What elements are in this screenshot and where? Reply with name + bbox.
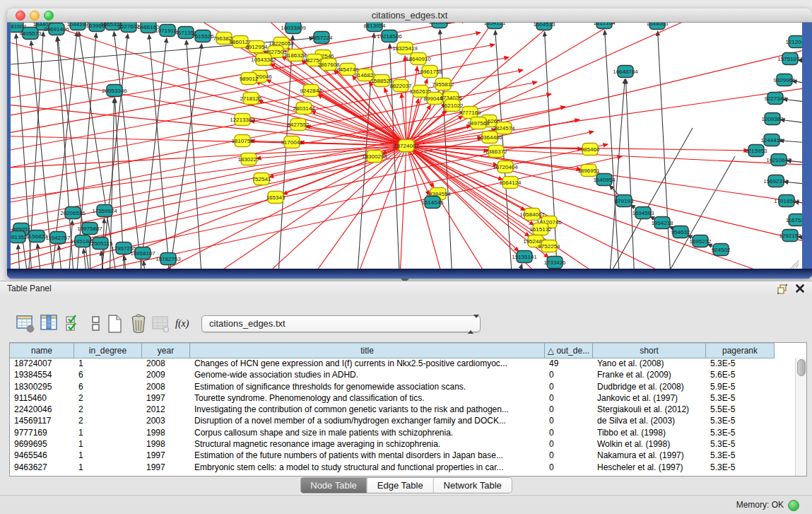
network-edge[interactable] — [406, 40, 802, 146]
table-cell[interactable]: Wolkin et al. (1998) — [593, 438, 706, 450]
paper-node-teal[interactable]: 1156823 — [26, 230, 48, 243]
paper-node-yellow[interactable]: 752541 — [252, 173, 271, 185]
paper-node-teal[interactable]: 954632 — [671, 226, 690, 238]
table-mode-icon[interactable] — [16, 313, 35, 334]
paper-node-yellow[interactable]: 16720404 — [493, 161, 518, 173]
table-cell[interactable]: 5.6E-5 — [706, 369, 775, 380]
paper-node-teal[interactable]: 1167535 — [786, 214, 802, 226]
paper-node-teal[interactable]: 1244415 — [760, 134, 783, 146]
paper-node-teal[interactable]: 1544063 — [646, 23, 669, 30]
table-cell[interactable]: 9465546 — [10, 450, 74, 461]
memory-ok-indicator[interactable] — [788, 500, 799, 511]
paper-node-teal[interactable]: 924502 — [712, 244, 731, 256]
paper-node-teal[interactable]: 1954121 — [483, 23, 506, 29]
paper-node-yellow[interactable]: 8822037 — [389, 80, 412, 92]
paper-node-teal[interactable]: 8813054 — [363, 23, 386, 32]
table-cell[interactable]: Hescheler et al. (1997) — [593, 462, 706, 473]
tab-network-table[interactable]: Network Table — [433, 478, 512, 493]
paper-node-teal[interactable]: 679193 — [615, 195, 634, 207]
table-cell[interactable]: 14569117 — [10, 415, 74, 426]
paper-node-teal[interactable]: 7515526 — [192, 30, 214, 42]
network-window-titlebar[interactable]: citations_edges.txt — [7, 8, 812, 23]
paper-node-teal[interactable]: 1527602 — [117, 23, 140, 33]
network-edge[interactable] — [406, 146, 802, 269]
paper-node-teal[interactable]: 7857224 — [310, 32, 333, 44]
paper-node-teal[interactable]: 17359924 — [92, 205, 117, 217]
table-cell[interactable]: 1998 — [142, 438, 190, 450]
column-header-name[interactable]: name — [10, 343, 74, 358]
paper-node-yellow[interactable]: 1064124 — [499, 177, 522, 189]
table-cell[interactable]: 18300295 — [10, 381, 74, 392]
paper-node-yellow[interactable]: 1810755 — [231, 135, 254, 147]
table-cell[interactable]: 49 — [545, 358, 593, 369]
float-panel-icon[interactable] — [777, 284, 788, 295]
table-cell[interactable]: 0 — [545, 392, 593, 404]
paper-node-yellow[interactable]: 1896951 — [577, 165, 600, 177]
paper-node-yellow[interactable]: 1830227 — [237, 153, 260, 165]
table-row[interactable]: 1872400712008Changes of HCN gene express… — [10, 358, 796, 369]
paper-node-teal[interactable]: 16648784 — [613, 66, 638, 78]
function-builder-icon[interactable]: f(x) — [175, 313, 196, 334]
table-cell[interactable]: Stergiakouli et al. (2012) — [593, 404, 706, 415]
table-cell[interactable]: 1 — [74, 427, 142, 438]
table-cell[interactable]: 9699695 — [10, 438, 74, 450]
table-cell[interactable]: Disruption of a novel member of a sodium… — [190, 415, 545, 426]
paper-node-yellow[interactable]: 8427552 — [287, 119, 310, 131]
table-cell[interactable]: 9777169 — [10, 427, 74, 438]
table-cell[interactable]: 1997 — [142, 392, 190, 404]
table-cell[interactable]: 5.3E-5 — [706, 438, 775, 450]
show-columns-icon[interactable] — [40, 313, 59, 334]
table-cell[interactable]: 1998 — [142, 427, 190, 438]
select-all-icon[interactable] — [64, 313, 83, 334]
table-cell[interactable]: Genome-wide association studies in ADHD. — [190, 369, 545, 380]
table-cell[interactable]: 2 — [74, 415, 142, 426]
table-cell[interactable]: Corpus callosum shape and size in male p… — [190, 427, 545, 438]
paper-node-teal[interactable]: 1695232 — [689, 235, 712, 247]
paper-node-teal[interactable]: 1604513 — [533, 23, 555, 30]
network-edge[interactable] — [114, 32, 163, 269]
table-cell[interactable]: 6 — [74, 369, 142, 380]
table-cell[interactable]: 5.3E-5 — [706, 392, 775, 404]
tab-node-table[interactable]: Node Table — [300, 478, 367, 493]
table-cell[interactable]: 2003 — [142, 415, 190, 426]
table-cell[interactable]: Changes of HCN gene expression and I(f) … — [190, 358, 545, 369]
vertical-scrollbar[interactable] — [795, 358, 806, 476]
paper-node-teal[interactable]: 15751074 — [777, 53, 802, 65]
table-cell[interactable]: 2008 — [142, 358, 190, 369]
table-cell[interactable]: 1997 — [142, 450, 190, 461]
table-row[interactable]: 946362711997Embryonic stem cells: a mode… — [10, 462, 796, 473]
new-table-icon[interactable] — [105, 313, 124, 334]
network-edge[interactable] — [779, 141, 802, 146]
network-canvas[interactable]: 1872400779638229860123891295418226058982… — [11, 23, 802, 269]
table-cell[interactable]: Estimation of significance thresholds fo… — [190, 381, 545, 392]
paper-node-teal[interactable]: 1812104 — [593, 23, 616, 29]
paper-node-yellow[interactable]: 2803144 — [293, 103, 315, 115]
paper-node-teal[interactable]: 17016504 — [774, 195, 799, 207]
column-header-in_degree[interactable]: in_degree — [74, 343, 142, 358]
column-header-short[interactable]: short — [593, 343, 706, 358]
paper-node-yellow[interactable]: 165343 — [266, 192, 286, 204]
column-header-year[interactable]: year — [142, 343, 190, 358]
table-cell[interactable]: 9115460 — [10, 392, 74, 404]
table-row[interactable]: 2242004622012Investigating the contribut… — [10, 404, 796, 415]
paper-node-yellow[interactable]: 985460 — [581, 144, 600, 156]
network-edge[interactable] — [625, 79, 640, 269]
table-cell[interactable]: 5.3E-5 — [706, 462, 775, 473]
network-edge[interactable] — [184, 146, 406, 269]
table-row[interactable]: 946554611997Estimation of the future num… — [10, 450, 796, 461]
paper-node-teal[interactable]: 891352 — [11, 231, 28, 243]
table-cell[interactable]: de Silva et al. (2003) — [593, 415, 706, 426]
table-cell[interactable]: 22420046 — [10, 404, 74, 415]
table-cell[interactable]: 5.3E-5 — [706, 427, 775, 438]
table-cell[interactable]: 6 — [74, 381, 142, 392]
column-header-title[interactable]: title — [190, 343, 545, 358]
paper-node-teal[interactable]: 16033809 — [281, 23, 306, 34]
paper-node-teal[interactable]: 15692371 — [763, 175, 789, 187]
network-edge[interactable] — [780, 119, 802, 128]
table-cell[interactable]: Yano et al. (2008) — [593, 358, 706, 369]
table-row[interactable]: 977716911998Corpus callosum shape and si… — [10, 427, 796, 438]
clear-selection-icon[interactable] — [86, 313, 106, 334]
network-edge[interactable] — [396, 146, 406, 269]
column-header-out_de[interactable]: △ out_de... — [545, 343, 593, 358]
paper-node-yellow[interactable]: 9752254 — [538, 240, 560, 252]
